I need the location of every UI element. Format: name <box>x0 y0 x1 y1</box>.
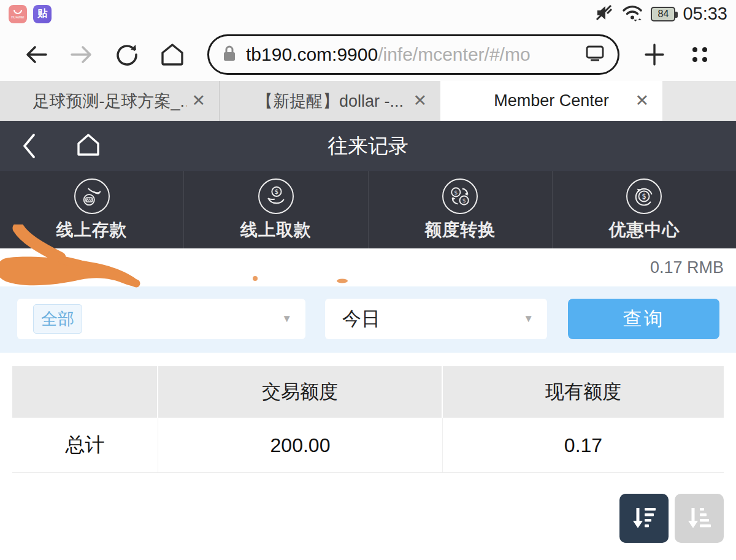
status-app-icons: HUAWEI 贴 <box>9 5 52 23</box>
sort-ascending-button[interactable] <box>675 494 724 543</box>
wifi-icon <box>621 3 643 25</box>
quick-nav: 线上存款 $ 线上取款 $$ 额度转换 $ 优惠中心 <box>0 171 736 248</box>
nav-online-withdraw[interactable]: $ 线上取款 <box>183 171 367 248</box>
transfer-coins-icon: $$ <box>442 178 478 214</box>
battery-icon: 84 <box>651 7 675 21</box>
home-button[interactable] <box>152 34 193 75</box>
row-label-total: 总计 <box>12 418 158 472</box>
refresh-button[interactable] <box>107 34 147 75</box>
nav-label: 优惠中心 <box>608 218 680 242</box>
huawei-app-icon: HUAWEI <box>9 5 27 23</box>
balance-row: 0.17 RMB <box>0 248 736 286</box>
nav-quota-transfer[interactable]: $$ 额度转换 <box>368 171 552 248</box>
huawei-app-label: HUAWEI <box>11 15 25 19</box>
browser-toolbar: tb190.com:9900/infe/mcenter/#/mo <box>0 28 736 81</box>
filter-bar: 全部 ▼ 今日 ▼ 查询 <box>0 286 736 353</box>
tab-bar: 足球预测-足球方案_... ✕ 【新提醒】dollar -... ✕ Membe… <box>0 81 736 121</box>
header-cell-trade-amount: 交易额度 <box>158 366 443 418</box>
row-current-amount: 0.17 <box>443 418 724 472</box>
smile-glyph <box>13 10 22 14</box>
chevron-down-icon: ▼ <box>282 313 292 325</box>
promo-coin-cycle-icon: $ <box>626 178 662 214</box>
deposit-cash-hand-icon <box>74 178 110 214</box>
close-icon[interactable]: ✕ <box>191 93 205 109</box>
desktop-site-icon[interactable] <box>585 44 605 65</box>
new-tab-button[interactable] <box>634 34 675 75</box>
url-path: /infe/mcenter/#/mo <box>378 44 530 64</box>
date-selected-value: 今日 <box>342 306 380 332</box>
url-bar[interactable]: tb190.com:9900/infe/mcenter/#/mo <box>207 34 619 75</box>
sort-buttons <box>619 494 724 543</box>
battery-percent: 84 <box>658 9 669 20</box>
svg-text:$: $ <box>274 188 278 195</box>
chevron-down-icon: ▼ <box>523 313 534 325</box>
lock-icon <box>221 44 237 65</box>
sort-ascending-icon <box>684 504 714 533</box>
tab-label: 足球预测-足球方案_... <box>33 90 186 112</box>
close-icon[interactable]: ✕ <box>413 93 427 109</box>
tab-member-center[interactable]: Member Center ✕ <box>440 81 662 121</box>
tab-label: 【新提醒】dollar -... <box>256 90 404 112</box>
menu-button[interactable] <box>680 34 720 75</box>
date-select[interactable]: 今日 ▼ <box>325 299 547 339</box>
type-select[interactable]: 全部 ▼ <box>17 299 305 339</box>
page-header: 往来记录 <box>0 121 736 171</box>
table-header-row: 交易额度 现有额度 <box>12 366 724 418</box>
svg-text:$: $ <box>462 197 466 204</box>
status-bar: HUAWEI 贴 84 05:33 <box>0 0 736 28</box>
back-button[interactable] <box>16 34 56 75</box>
nav-label: 线上取款 <box>240 218 312 242</box>
withdraw-coin-hand-icon: $ <box>258 178 294 214</box>
balance-amount: 0.17 RMB <box>650 248 724 286</box>
status-indicators: 84 05:33 <box>594 3 727 25</box>
tab-new-reminder[interactable]: 【新提醒】dollar -... ✕ <box>220 81 440 121</box>
screen: HUAWEI 贴 84 05:33 <box>0 0 736 560</box>
tab-football-predict[interactable]: 足球预测-足球方案_... ✕ <box>0 81 220 121</box>
page-title: 往来记录 <box>0 132 736 160</box>
search-button[interactable]: 查询 <box>568 299 719 339</box>
tab-label: Member Center <box>494 91 609 110</box>
url-text: tb190.com:9900/infe/mcenter/#/mo <box>246 44 585 65</box>
table-row: 总计 200.00 0.17 <box>12 418 724 473</box>
url-host: tb190.com:9900 <box>246 44 378 64</box>
nav-label: 线上存款 <box>56 218 128 242</box>
nav-online-deposit[interactable]: 线上存款 <box>0 171 183 248</box>
status-time: 05:33 <box>683 4 727 24</box>
summary-table: 交易额度 现有额度 总计 200.00 0.17 <box>12 366 724 473</box>
nav-promo-center[interactable]: $ 优惠中心 <box>552 171 736 248</box>
header-cell-empty <box>12 366 158 418</box>
tieba-app-icon: 贴 <box>33 5 52 23</box>
row-trade-amount: 200.00 <box>158 418 443 472</box>
close-icon[interactable]: ✕ <box>635 93 649 109</box>
mute-icon <box>594 3 614 25</box>
battery-nub <box>675 12 678 18</box>
type-selected-tag[interactable]: 全部 <box>33 304 82 334</box>
forward-button[interactable] <box>61 34 102 75</box>
svg-text:$: $ <box>454 189 458 196</box>
nav-label: 额度转换 <box>424 218 496 242</box>
svg-text:$: $ <box>642 192 646 201</box>
sort-descending-icon <box>629 504 659 533</box>
sort-descending-button[interactable] <box>619 494 669 543</box>
tab-bar-filler <box>662 81 736 121</box>
header-cell-current-amount: 现有额度 <box>443 366 724 418</box>
